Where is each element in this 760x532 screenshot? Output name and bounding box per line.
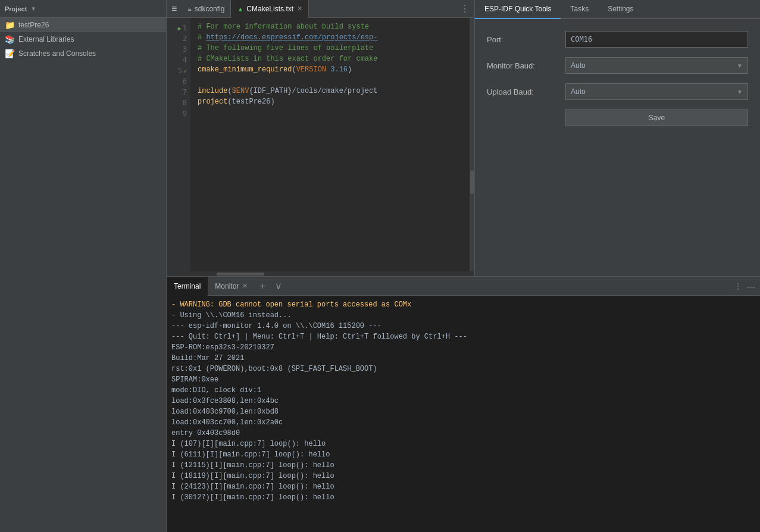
- terminal-line-4: --- Quit: Ctrl+] | Menu: Ctrl+T | Help: …: [171, 331, 755, 342]
- code-line-3: # The following five lines of boilerplat…: [198, 44, 462, 55]
- tab-tasks[interactable]: Tasks: [561, 0, 598, 19]
- save-button[interactable]: Save: [565, 109, 748, 126]
- library-icon: 📚: [5, 35, 15, 44]
- line-num-7: 7: [167, 87, 190, 98]
- terminal-line-1: - WARNING: GDB cannot open serial ports …: [171, 299, 755, 310]
- line-numbers: ▶ 1 2 3 4 5 ✓ 6 7 8: [167, 18, 190, 271]
- code-line-5: cmake_minimum_required(VERSION 3.16): [198, 65, 462, 76]
- editor-content: ▶ 1 2 3 4 5 ✓ 6 7 8: [167, 18, 474, 271]
- sidebar-item-scratches-label: Scratches and Consoles: [18, 49, 96, 58]
- editor-hscrollbar[interactable]: [167, 271, 474, 276]
- monitor-baud-select[interactable]: Auto ▼: [565, 57, 748, 74]
- terminal-more-icon[interactable]: ∨: [270, 280, 287, 292]
- terminal-line-8: SPIRAM:0xee: [171, 374, 755, 385]
- tab-close-icon[interactable]: ✕: [297, 5, 302, 12]
- code-editor[interactable]: # For more information about build syste…: [190, 18, 470, 271]
- code-line-7: include($ENV{IDF_PATH}/tools/cmake/proje…: [198, 87, 462, 98]
- folder-icon: 📁: [5, 20, 15, 30]
- sidebar-header-title: Project: [5, 5, 27, 12]
- tab-menu-icon[interactable]: ≡: [167, 4, 182, 14]
- terminal-tab-label: Terminal: [174, 282, 201, 290]
- terminal-minimize-icon[interactable]: —: [747, 281, 755, 291]
- terminal-tab-bar: Terminal Monitor ✕ + ∨ ⋮ —: [167, 277, 760, 296]
- check-icon: ✓: [183, 68, 187, 74]
- right-panel: ESP-IDF Quick Tools Tasks Settings: [474, 0, 760, 276]
- line-num-9: 9: [167, 108, 190, 119]
- terminal-tab-monitor[interactable]: Monitor ✕: [208, 277, 255, 296]
- editor-hscroll-thumb: [217, 273, 264, 276]
- sidebar-header: Project ▼: [0, 0, 166, 18]
- tab-sdkconfig[interactable]: ≡ sdkconfig: [182, 0, 231, 18]
- scratch-icon: 📝: [5, 49, 15, 58]
- tab-sdkconfig-label: sdkconfig: [195, 5, 225, 13]
- terminal-line-13: entry 0x403c98d0: [171, 428, 755, 439]
- monitor-baud-value: Auto: [571, 61, 586, 70]
- terminal-tab-terminal[interactable]: Terminal: [167, 277, 208, 296]
- sidebar-item-scratches[interactable]: 📝 Scratches and Consoles: [0, 46, 166, 61]
- terminal-add-icon[interactable]: +: [255, 281, 270, 292]
- tab-settings-label: Settings: [608, 5, 633, 13]
- line-num-2: 2: [167, 33, 190, 44]
- monitor-tab-label: Monitor: [215, 282, 239, 290]
- terminal-line-2: - Using \\.\COM16 instead...: [171, 310, 755, 321]
- terminal-line-9: mode:DIO, clock div:1: [171, 385, 755, 396]
- right-panel-form: Port: Monitor Baud: Auto ▼: [475, 19, 760, 138]
- sidebar-item-external-libraries[interactable]: 📚 External Libraries: [0, 32, 166, 46]
- cmake-icon: ▲: [237, 5, 243, 12]
- code-line-4: # CMakeLists in this exact order for cma…: [198, 55, 462, 65]
- port-row: Port:: [487, 31, 748, 48]
- terminal-line-6: Build:Mar 27 2021: [171, 353, 755, 364]
- project-dropdown-icon[interactable]: ▼: [30, 5, 36, 12]
- tab-esp-idf-label: ESP-IDF Quick Tools: [484, 5, 551, 13]
- line-num-8: 8: [167, 98, 190, 108]
- upload-baud-row: Upload Baud: Auto ▼: [487, 83, 748, 100]
- editor-scrollbar-thumb: [470, 170, 474, 194]
- tab-esp-idf[interactable]: ESP-IDF Quick Tools: [475, 0, 561, 19]
- code-line-6: [198, 76, 462, 87]
- terminal-line-15: I (6111)[I][main.cpp:7] loop(): hello: [171, 449, 755, 460]
- line-num-4: 4: [167, 55, 190, 65]
- terminal-line-12: load:0x403cc700,len:0x2a0c: [171, 417, 755, 428]
- tab-cmakelists[interactable]: ▲ CMakeLists.txt ✕: [231, 0, 309, 18]
- terminal-area: Terminal Monitor ✕ + ∨ ⋮ — - WARNING: GD: [167, 276, 760, 532]
- right-panel-tabs: ESP-IDF Quick Tools Tasks Settings: [475, 0, 760, 19]
- sidebar-item-project[interactable]: 📁 testPre26: [0, 18, 166, 32]
- terminal-line-18: I (24123)[I][main.cpp:7] loop(): hello: [171, 481, 755, 492]
- line-num-3: 3: [167, 44, 190, 55]
- port-input[interactable]: [565, 31, 748, 48]
- terminal-line-3: --- esp-idf-monitor 1.4.0 on \\.\COM16 1…: [171, 321, 755, 331]
- upload-baud-value: Auto: [571, 87, 586, 96]
- tab-cmakelists-label: CMakeLists.txt: [246, 5, 293, 13]
- tab-tasks-label: Tasks: [570, 5, 589, 13]
- run-icon[interactable]: ▶: [178, 25, 182, 32]
- port-label: Port:: [487, 35, 558, 44]
- terminal-line-11: load:0x403c9700,len:0xbd8: [171, 406, 755, 417]
- terminal-line-10: load:0x3fce3808,len:0x4bc: [171, 396, 755, 406]
- sdkconfig-icon: ≡: [187, 5, 191, 12]
- monitor-baud-arrow: ▼: [737, 62, 743, 69]
- upload-baud-label: Upload Baud:: [487, 87, 558, 96]
- terminal-line-16: I (12115)[I][main.cpp:7] loop(): hello: [171, 460, 755, 471]
- terminal-options-icon[interactable]: ⋮: [734, 281, 742, 291]
- terminal-line-14: I (107)[I][main.cpp:7] loop(): hello: [171, 439, 755, 449]
- upload-baud-select[interactable]: Auto ▼: [565, 83, 748, 100]
- terminal-content[interactable]: - WARNING: GDB cannot open serial ports …: [167, 296, 760, 532]
- tab-settings[interactable]: Settings: [598, 0, 643, 19]
- terminal-line-19: I (30127)[I][main.cpp:7] loop(): hello: [171, 492, 755, 503]
- editor-area: ≡ ≡ sdkconfig ▲ CMakeLists.txt ✕: [167, 0, 474, 276]
- editor-scrollbar[interactable]: [470, 18, 474, 271]
- monitor-baud-row: Monitor Baud: Auto ▼: [487, 57, 748, 74]
- terminal-line-5: ESP-ROM:esp32s3-20210327: [171, 342, 755, 353]
- terminal-controls: ⋮ —: [734, 281, 760, 291]
- sidebar-item-project-label: testPre26: [18, 21, 49, 29]
- tab-bar: ≡ ≡ sdkconfig ▲ CMakeLists.txt ✕: [167, 0, 474, 18]
- tab-more-icon[interactable]: ⋮: [455, 3, 474, 14]
- sidebar: Project ▼ 📁 testPre26 📚 External Librari…: [0, 0, 167, 532]
- terminal-line-17: I (18119)[I][main.cpp:7] loop(): hello: [171, 471, 755, 481]
- line-num-6: 6: [167, 76, 190, 87]
- code-line-9: [198, 108, 462, 119]
- monitor-tab-close-icon[interactable]: ✕: [242, 282, 248, 290]
- line-num-1: ▶ 1: [167, 23, 190, 33]
- line-num-5: 5 ✓: [167, 65, 190, 76]
- sidebar-item-external-libraries-label: External Libraries: [18, 35, 74, 43]
